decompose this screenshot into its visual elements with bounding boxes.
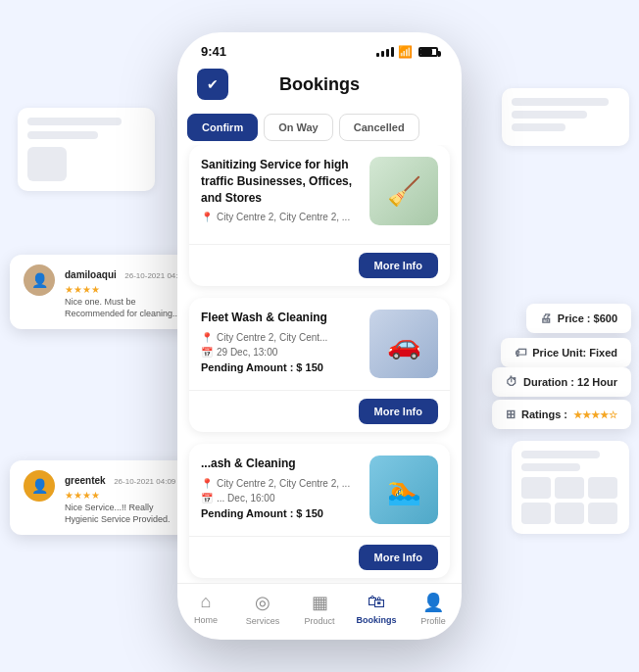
booking-1-location: 📍 City Centre 2, City Centre 2, ... — [201, 212, 360, 222]
location-icon-2: 📍 — [201, 332, 213, 343]
bookings-list: Sanitizing Service for high traffic Busi… — [177, 145, 462, 583]
shield-icon: ✔ — [197, 69, 228, 100]
reviewer-1-stars: ★★★★ — [65, 284, 187, 295]
price-icon: 🖨 — [540, 312, 552, 325]
nav-item-product[interactable]: ▦ Product — [291, 592, 348, 626]
reviewer-2-stars: ★★★★ — [65, 490, 187, 501]
signal-bars — [376, 47, 394, 57]
booking-2-date: 📅 29 Dec, 13:00 — [201, 347, 360, 358]
nav-item-services[interactable]: ◎ Services — [234, 592, 291, 626]
booking-3-date: 📅 ... Dec, 16:00 — [201, 493, 360, 504]
booking-2-amount: Pending Amount : $ 150 — [201, 361, 360, 373]
page-title: Bookings — [228, 74, 411, 95]
price-pill: 🖨 Price : $600 — [526, 304, 631, 333]
booking-2-more-info-button[interactable]: More Info — [359, 399, 439, 424]
reviewer-2-name: greentek — [65, 475, 106, 486]
booking-3-amount: Pending Amount : $ 150 — [201, 507, 360, 519]
tab-cancelled[interactable]: Cancelled — [339, 114, 419, 141]
tab-confirm[interactable]: Confirm — [187, 114, 258, 141]
status-bar: 9:41 📶 — [177, 32, 462, 65]
bg-card-right-bottom — [512, 441, 629, 534]
duration-pill: ⏱ Duration : 12 Hour — [492, 367, 631, 397]
price-unit-icon: 🏷 — [515, 346, 526, 360]
nav-label-home: Home — [194, 615, 218, 625]
nav-item-profile[interactable]: 👤 Profile — [405, 592, 462, 626]
nav-item-bookings[interactable]: 🛍 Bookings — [348, 592, 405, 626]
status-icons: 📶 — [376, 45, 438, 59]
wifi-icon: 📶 — [398, 45, 413, 59]
ratings-icon: ⊞ — [506, 408, 516, 421]
review-card-1: 👤 damiloaqui 26-10-2021 04:09 ★★★★ Nice … — [10, 255, 201, 329]
reviewer-2-date: 26-10-2021 04:09 — [114, 477, 175, 486]
home-icon: ⌂ — [201, 592, 212, 612]
services-icon: ◎ — [255, 592, 270, 613]
status-time: 9:41 — [201, 44, 226, 59]
tab-onway[interactable]: On Way — [264, 114, 333, 141]
bg-card-right-top — [502, 88, 629, 146]
booking-1-more-info-button[interactable]: More Info — [359, 253, 439, 278]
duration-icon: ⏱ — [506, 375, 517, 389]
bottom-nav: ⌂ Home ◎ Services ▦ Product 🛍 Bookings 👤… — [177, 583, 462, 640]
booking-3-title: ...ash & Cleaning — [201, 456, 360, 472]
reviewer-1-avatar: 👤 — [24, 264, 55, 296]
reviewer-2-text: Nice Service...!! Really Hygienic Servic… — [65, 503, 187, 525]
reviewer-1-name: damiloaqui — [65, 269, 117, 280]
calendar-icon-2: 📅 — [201, 347, 213, 358]
booking-3-more-info-button[interactable]: More Info — [359, 545, 439, 570]
booking-2-location: 📍 City Centre 2, City Cent... — [201, 332, 360, 343]
nav-item-home[interactable]: ⌂ Home — [177, 592, 234, 626]
nav-label-product: Product — [304, 616, 334, 626]
bookings-icon: 🛍 — [368, 592, 385, 612]
booking-1-image: 🧹 — [369, 157, 438, 225]
ratings-stars: ★★★★☆ — [573, 409, 617, 420]
booking-card-1: Sanitizing Service for high traffic Busi… — [189, 145, 450, 286]
price-unit-pill: 🏷 Price Unit: Fixed — [501, 338, 631, 367]
reviewer-1-text: Nice one. Must be Recommended for cleani… — [65, 297, 187, 319]
phone-header: ✔ Bookings — [177, 65, 462, 110]
bg-card-left — [18, 108, 155, 191]
profile-icon: 👤 — [422, 592, 444, 613]
booking-3-image: 🏊 — [369, 456, 438, 524]
booking-2-image: 🚗 — [369, 310, 438, 378]
location-icon: 📍 — [201, 212, 213, 222]
nav-label-profile: Profile — [420, 616, 446, 626]
nav-label-bookings: Bookings — [356, 615, 396, 625]
nav-label-services: Services — [246, 616, 280, 626]
booking-3-location: 📍 City Centre 2, City Centre 2, ... — [201, 478, 360, 489]
phone: 9:41 📶 ✔ Bookings Confirm On Way Cancell… — [177, 32, 462, 640]
booking-card-3: ...ash & Cleaning 📍 City Centre 2, City … — [189, 444, 450, 578]
reviewer-2-avatar: 👤 — [24, 470, 55, 502]
calendar-icon-3: 📅 — [201, 493, 213, 504]
booking-card-2: Fleet Wash & Cleaning 📍 City Centre 2, C… — [189, 298, 450, 432]
ratings-pill: ⊞ Ratings : ★★★★☆ — [492, 400, 631, 429]
tab-bar: Confirm On Way Cancelled — [177, 110, 462, 145]
booking-2-title: Fleet Wash & Cleaning — [201, 310, 360, 326]
review-card-2: 👤 greentek 26-10-2021 04:09 ★★★★ Nice Se… — [10, 460, 201, 535]
product-icon: ▦ — [312, 592, 328, 613]
booking-1-title: Sanitizing Service for high traffic Busi… — [201, 157, 360, 206]
battery-icon — [418, 47, 438, 57]
location-icon-3: 📍 — [201, 478, 213, 489]
